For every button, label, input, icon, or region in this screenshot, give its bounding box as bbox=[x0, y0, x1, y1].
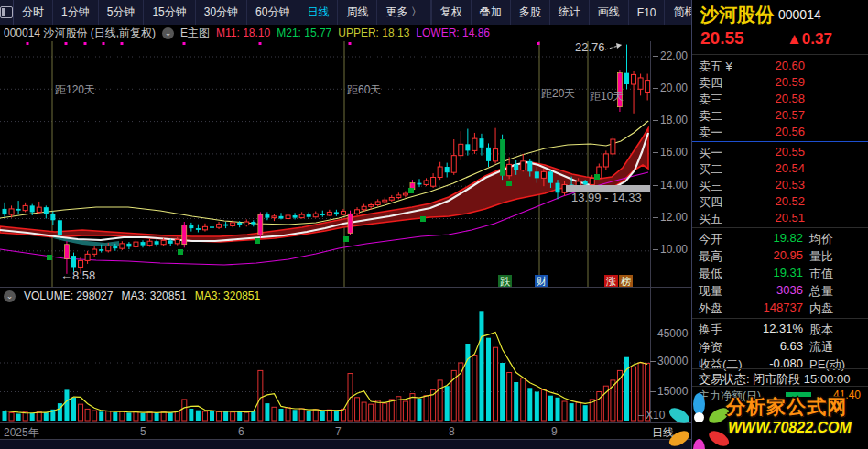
window-layout-icon[interactable] bbox=[0, 0, 14, 25]
ma21-value: M21: 15.77 bbox=[277, 27, 331, 39]
info-open: 今开19.82均价 bbox=[692, 230, 868, 247]
tab-60min[interactable]: 60分钟 bbox=[247, 0, 298, 25]
tab-30min[interactable]: 30分钟 bbox=[196, 0, 247, 25]
bid-row-3[interactable]: 买三20.53 bbox=[692, 177, 868, 193]
bid-row-4[interactable]: 买四20.52 bbox=[692, 193, 868, 210]
volume-value: VOLUME: 298027 bbox=[24, 290, 113, 302]
axis-label: 14.00 bbox=[660, 179, 688, 192]
volume-scale-label: X10 bbox=[646, 409, 665, 422]
axis-label: 30000 bbox=[657, 355, 688, 367]
axis-label: 22.00 bbox=[660, 49, 688, 62]
axis-label: 45000 bbox=[657, 327, 688, 340]
volume-chart[interactable] bbox=[0, 303, 650, 422]
info-high: 最高20.95量比 bbox=[692, 247, 868, 265]
distance-label: 距60天 bbox=[347, 82, 381, 98]
btn-f10[interactable]: F10 bbox=[629, 0, 666, 25]
month-label: 6 bbox=[238, 425, 244, 438]
bid-row-2[interactable]: 买二20.54 bbox=[692, 160, 868, 177]
distance-label: 距120天 bbox=[55, 82, 95, 98]
low-price-annotation: ←8.58 bbox=[60, 268, 95, 282]
axis-divider bbox=[650, 41, 651, 422]
top-toolbar: 分时 1分钟 5分钟 15分钟 30分钟 60分钟 日线 周线 更多 〉 复权 … bbox=[0, 0, 691, 26]
last-price: 20.55 bbox=[700, 28, 744, 49]
quote-panel: 沙河股份 000014 20.55 ▲0.37 卖五 ¥20.60 卖四20.5… bbox=[691, 0, 868, 449]
info-low: 最低19.31市值 bbox=[692, 265, 868, 282]
btn-draw-line[interactable]: 画线 bbox=[590, 0, 629, 25]
tab-1min[interactable]: 1分钟 bbox=[53, 0, 99, 25]
axis-label: 20.00 bbox=[660, 82, 688, 94]
peak-price-annotation: 22.76 bbox=[575, 40, 605, 54]
main-flow-value: 41.40 bbox=[833, 389, 861, 401]
axis-label: 10.00 bbox=[660, 243, 688, 256]
tab-minute[interactable]: 分时 bbox=[14, 0, 53, 25]
info-turnover: 换手12.31%股本 bbox=[692, 321, 868, 338]
info-cur-vol: 现量3036总量 bbox=[692, 282, 868, 300]
stock-code: 000014 bbox=[778, 7, 821, 22]
btn-multi-stock[interactable]: 多股 bbox=[511, 0, 550, 25]
tag-rank[interactable]: 榜 bbox=[619, 275, 633, 288]
main-flow-label: 主力净额(日) bbox=[699, 389, 761, 404]
ask-row-3[interactable]: 卖三20.58 bbox=[692, 91, 868, 107]
price-change: ▲0.37 bbox=[787, 30, 832, 49]
axis-label: 12.00 bbox=[660, 211, 688, 224]
period-label: 日线 bbox=[652, 425, 674, 441]
volume-ma3-yellow: MA3: 320851 bbox=[195, 290, 260, 302]
ask-row-4[interactable]: 卖四20.59 bbox=[692, 74, 868, 91]
chevron-down-icon[interactable]: ⌄ bbox=[162, 27, 174, 39]
info-outer-vol: 外盘148737内盘 bbox=[692, 300, 868, 317]
stock-code-name: 000014 沙河股份 (日线,前复权) bbox=[4, 26, 156, 41]
volume-ma3-white: MA3: 320851 bbox=[121, 290, 186, 302]
tab-weekly[interactable]: 周线 bbox=[338, 0, 377, 25]
month-label: 8 bbox=[449, 425, 455, 438]
tag-finance[interactable]: 财 bbox=[535, 275, 548, 288]
candlestick-chart[interactable] bbox=[0, 41, 650, 288]
ask-row-2[interactable]: 卖二20.57 bbox=[692, 107, 868, 124]
chart-header: 000014 沙河股份 (日线,前复权) ⌄ E主图 M11: 18.10 M2… bbox=[0, 25, 691, 41]
lower-band-value: LOWER: 14.86 bbox=[416, 27, 490, 39]
ma11-value: M11: 18.10 bbox=[216, 27, 270, 39]
panel-divider bbox=[0, 287, 691, 288]
volume-header: ⌄ VOLUME: 298027 MA3: 320851 MA3: 320851 bbox=[0, 289, 650, 303]
info-net-asset: 净资6.63流通 bbox=[692, 338, 868, 356]
bid-row-1[interactable]: 买一20.55 bbox=[692, 144, 868, 160]
axis-label: 15000 bbox=[657, 385, 688, 398]
chevron-down-icon[interactable]: ⌄ bbox=[4, 290, 16, 302]
tag-fall[interactable]: 跌 bbox=[498, 275, 512, 288]
btn-fuquan[interactable]: 复权 bbox=[432, 0, 472, 25]
upper-band-value: UPPER: 18.13 bbox=[338, 27, 409, 39]
axis-label: 18.00 bbox=[660, 114, 688, 126]
bid-row-5[interactable]: 买五20.51 bbox=[692, 210, 868, 226]
distance-label: 距20天 bbox=[541, 86, 575, 102]
tab-more[interactable]: 更多 〉 bbox=[377, 0, 430, 25]
ask-row-1[interactable]: 卖一20.56 bbox=[692, 124, 868, 140]
month-label: 5 bbox=[140, 425, 146, 438]
month-label: 2025年 bbox=[4, 425, 39, 441]
ask-row-5[interactable]: 卖五 ¥20.60 bbox=[692, 58, 868, 74]
indicator-name[interactable]: E主图 bbox=[180, 26, 210, 41]
month-label: 9 bbox=[551, 425, 558, 438]
tab-daily[interactable]: 日线 bbox=[298, 0, 338, 25]
tag-rise[interactable]: 涨 bbox=[604, 275, 618, 288]
tab-15min[interactable]: 15分钟 bbox=[144, 0, 195, 25]
month-label: 7 bbox=[335, 425, 342, 438]
btn-statistics[interactable]: 统计 bbox=[550, 0, 590, 25]
main-flow-bar bbox=[786, 392, 811, 397]
range-box-annotation: 13.99 - 14.33 bbox=[571, 191, 642, 204]
distance-label: 距10天 bbox=[590, 89, 624, 104]
axis-label: 16.00 bbox=[660, 146, 688, 159]
btn-overlay[interactable]: 叠加 bbox=[472, 0, 511, 25]
stock-name: 沙河股份 bbox=[700, 3, 774, 27]
tab-5min[interactable]: 5分钟 bbox=[99, 0, 145, 25]
